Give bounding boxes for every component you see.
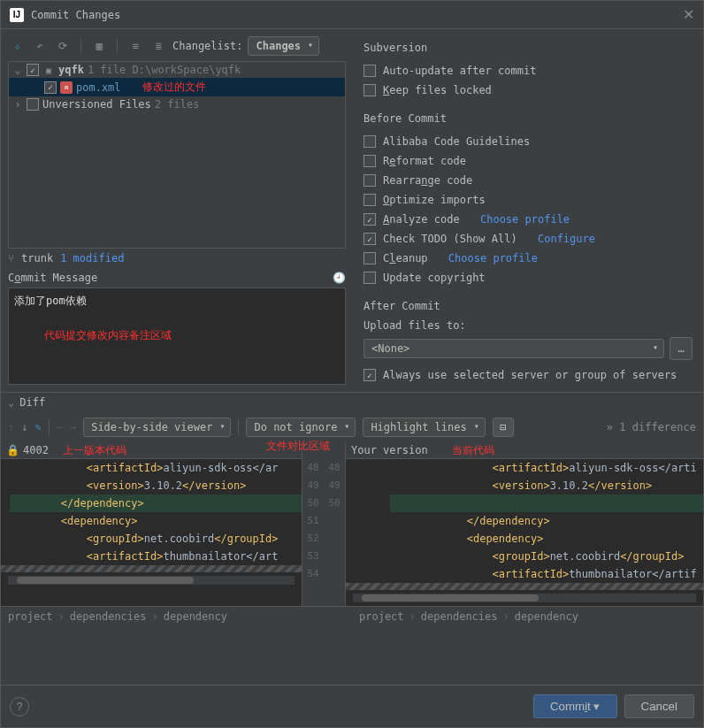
optimize-row[interactable]: Optimize imports <box>363 190 693 210</box>
back-icon[interactable]: ← <box>57 421 63 433</box>
branch-name: trunk <box>21 252 53 264</box>
diff-right-side[interactable]: Your version 当前代码 <artifactId>aliyun-sdk… <box>346 442 703 606</box>
code-line <box>390 494 703 512</box>
changes-tree[interactable]: ⌄ ▣ yqfk 1 file D:\workSpace\yqfk m pom.… <box>8 61 346 249</box>
checkbox[interactable] <box>363 135 376 148</box>
changelist-label: Changelist: <box>172 40 242 52</box>
cancel-button[interactable]: Cancel <box>624 694 695 718</box>
dialog-footer: ? Commit ▾ Cancel <box>1 685 703 727</box>
checkbox[interactable] <box>363 272 376 284</box>
commit-button[interactable]: Commit ▾ <box>533 694 617 718</box>
cleanup-row[interactable]: Cleanup Choose profile <box>363 249 693 268</box>
breadcrumb-item[interactable]: project <box>359 610 404 623</box>
expand-icon[interactable]: ≡ <box>126 37 144 55</box>
tree-unversioned-row[interactable]: › Unversioned Files 2 files <box>9 96 345 112</box>
choose-profile-link[interactable]: Choose profile <box>480 213 570 226</box>
checkbox[interactable] <box>363 174 376 187</box>
diff-center-gutter: 48484949505051525354 <box>302 442 346 606</box>
xml-file-icon: m <box>60 81 73 94</box>
tree-file-row[interactable]: m pom.xml 修改过的文件 <box>9 78 345 96</box>
forward-icon[interactable]: → <box>70 421 76 433</box>
help-icon[interactable]: ? <box>10 697 29 717</box>
checkbox[interactable] <box>363 252 376 264</box>
more-button[interactable]: … <box>670 337 693 360</box>
tree-root-name: yqfk <box>58 64 84 76</box>
always-use-row[interactable]: Always use selected server or group of s… <box>363 365 693 385</box>
auto-update-row[interactable]: Auto-update after commit <box>363 61 693 80</box>
show-diff-icon[interactable]: ⬨ <box>8 37 26 55</box>
check-todo-row[interactable]: Check TODO (Show All) Configure <box>363 229 693 249</box>
scrollbar[interactable] <box>353 594 696 602</box>
alibaba-row[interactable]: Alibaba Code Guidelines <box>363 132 693 151</box>
tree-root-meta: 1 file D:\workSpace\yqfk <box>88 64 241 76</box>
ignore-mode-dropdown[interactable]: Do not ignore <box>246 418 356 437</box>
tree-root-row[interactable]: ⌄ ▣ yqfk 1 file D:\workSpace\yqfk <box>9 62 345 78</box>
collapse-icon[interactable]: ≣ <box>149 37 167 55</box>
edit-icon[interactable]: ✎ <box>34 421 41 433</box>
reformat-row[interactable]: Reformat code <box>363 151 693 171</box>
keep-locked-row[interactable]: Keep files locked <box>363 80 693 100</box>
window-title: Commit Changes <box>31 9 683 21</box>
code-line: <artifactId>thumbnailator</art <box>10 548 302 565</box>
history-icon[interactable]: 🕘 <box>333 272 346 284</box>
checkbox[interactable] <box>363 155 376 167</box>
update-copyright-row[interactable]: Update copyright <box>363 268 693 287</box>
checkbox[interactable] <box>27 98 39 111</box>
checkbox[interactable] <box>363 194 376 206</box>
code-line: <version>3.10.2</version> <box>10 477 302 494</box>
chevron-down-icon[interactable]: ⌄ <box>12 64 23 76</box>
diff-toolbar: ↑ ↓ ✎ ← → Side-by-side viewer Do not ign… <box>1 412 703 442</box>
breadcrumb-item[interactable]: dependencies <box>421 610 498 623</box>
code-line: <artifactId>aliyun-sdk-oss</ar <box>10 459 302 477</box>
viewer-mode-dropdown[interactable]: Side-by-side viewer <box>83 418 231 437</box>
upload-dropdown[interactable]: <None> <box>363 339 664 358</box>
commit-message-input[interactable]: 添加了pom依赖 代码提交修改内容备注区域 <box>8 287 346 385</box>
highlight-mode-dropdown[interactable]: Highlight lines <box>363 418 485 437</box>
chevron-down-icon[interactable]: ⌄ <box>8 396 14 409</box>
analyze-row[interactable]: Analyze code Choose profile <box>363 210 693 229</box>
next-diff-icon[interactable]: ↓ <box>21 421 27 433</box>
checkbox[interactable] <box>363 233 376 245</box>
checkbox[interactable] <box>363 84 376 96</box>
changelist-dropdown[interactable]: Changes <box>248 36 319 56</box>
difference-count: » 1 difference <box>607 421 696 433</box>
file-annotation: 修改过的文件 <box>142 80 206 95</box>
diff-left-side[interactable]: 🔒 4002 上一版本代码 <artifactId>aliyun-sdk-oss… <box>1 442 302 606</box>
breadcrumb-left[interactable]: project›dependencies›dependency <box>1 606 352 626</box>
breadcrumb-item[interactable]: project <box>8 610 53 623</box>
group-icon[interactable]: ▦ <box>90 37 108 55</box>
breadcrumb-item[interactable]: dependency <box>515 610 578 623</box>
checkbox[interactable] <box>363 65 376 77</box>
code-line: <dependency> <box>10 512 302 530</box>
tree-unversioned-meta: 2 files <box>155 98 200 111</box>
code-line: <artifactId>aliyun-sdk-oss</arti <box>390 459 703 477</box>
code-line: </dependency> <box>10 494 302 512</box>
breadcrumb-item[interactable]: dependency <box>164 610 227 623</box>
right-header-label: Your version <box>351 444 428 456</box>
commit-message-header: Commit Message 🕘 <box>8 268 346 287</box>
commit-message-label: Commit Message <box>8 272 333 284</box>
titlebar: IJ Commit Changes ✕ <box>1 1 703 29</box>
checkbox[interactable] <box>363 369 376 381</box>
modified-count[interactable]: 1 modified <box>60 252 124 264</box>
diff-pane: 🔒 4002 上一版本代码 <artifactId>aliyun-sdk-oss… <box>1 442 703 606</box>
close-icon[interactable]: ✕ <box>683 6 694 23</box>
cleanup-profile-link[interactable]: Choose profile <box>448 252 538 264</box>
configure-link[interactable]: Configure <box>538 233 595 245</box>
scrollbar[interactable] <box>8 576 295 585</box>
breadcrumb-right[interactable]: project›dependencies›dependency <box>352 606 703 626</box>
branch-icon: ⑂ <box>8 252 14 264</box>
code-line: <artifactId>thumbnailator</artif <box>390 565 703 583</box>
collapse-unchanged-icon[interactable]: ⊟ <box>493 418 514 437</box>
chevron-right-icon[interactable]: › <box>12 98 23 111</box>
breadcrumb-item[interactable]: dependencies <box>70 610 147 623</box>
diff-section-header[interactable]: ⌄ Diff <box>1 392 703 412</box>
checkbox[interactable] <box>44 81 57 94</box>
lock-icon: 🔒 <box>6 444 19 456</box>
prev-diff-icon[interactable]: ↑ <box>8 421 14 433</box>
checkbox[interactable] <box>363 213 376 226</box>
revert-icon[interactable]: ↶ <box>31 37 49 55</box>
rearrange-row[interactable]: Rearrange code <box>363 171 693 190</box>
refresh-icon[interactable]: ⟳ <box>54 37 72 55</box>
checkbox[interactable] <box>27 64 39 76</box>
